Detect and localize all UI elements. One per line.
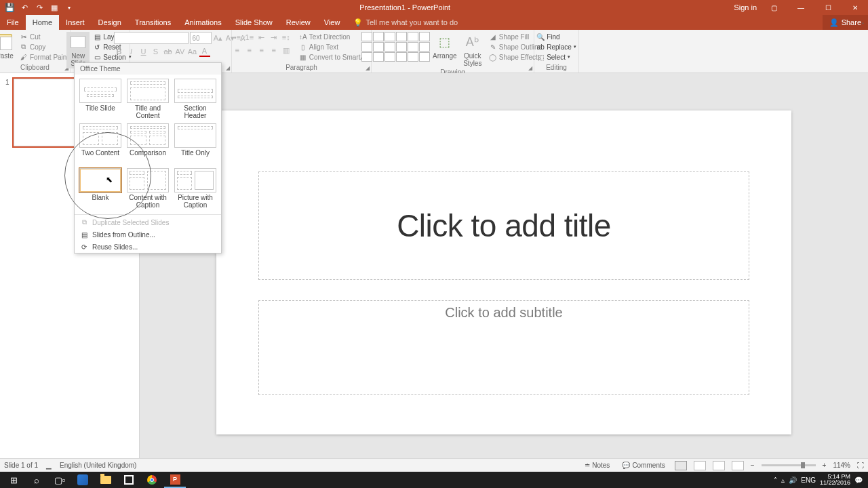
slide-counter[interactable]: Slide 1 of 1	[4, 462, 38, 469]
slide-editor[interactable]: Click to add title Click to add subtitle	[140, 73, 868, 472]
columns-button[interactable]: ▥	[281, 45, 292, 56]
font-size-input[interactable]	[190, 32, 212, 44]
reuse-slides[interactable]: ⟳Reuse Slides...	[75, 241, 221, 253]
layout-two-content[interactable]: Two Content	[77, 122, 123, 165]
duplicate-icon: ⧉	[80, 218, 88, 226]
tab-file[interactable]: File	[0, 15, 26, 30]
task-view-button[interactable]: ▢▫	[49, 472, 71, 488]
font-launcher-icon[interactable]: ◢	[226, 65, 230, 71]
font-family-input[interactable]	[114, 32, 189, 44]
subtitle-placeholder[interactable]: Click to add subtitle	[258, 300, 749, 395]
italic-button[interactable]: I	[126, 46, 137, 57]
bullets-button[interactable]: •≡	[232, 32, 243, 43]
sign-in-link[interactable]: Sign in	[734, 3, 757, 12]
find-button[interactable]: 🔍Find	[534, 32, 578, 41]
numbering-button[interactable]: 1≡	[244, 32, 255, 43]
redo-icon[interactable]: ↷	[34, 2, 45, 13]
language-status[interactable]: English (United Kingdom)	[60, 462, 136, 469]
layout-content-with-caption[interactable]: Content with Caption	[125, 167, 171, 210]
undo-icon[interactable]: ↶	[19, 2, 30, 13]
start-button[interactable]: ⊞	[3, 472, 24, 488]
tab-insert[interactable]: Insert	[59, 15, 92, 30]
store-button[interactable]	[118, 472, 140, 488]
char-spacing-button[interactable]: AV	[175, 46, 186, 57]
reset-icon: ↺	[93, 43, 101, 51]
save-icon[interactable]: 💾	[4, 2, 15, 13]
customize-qat-icon[interactable]: ▾	[64, 2, 75, 13]
justify-button[interactable]: ≡	[269, 45, 279, 56]
layout-picture-with-caption[interactable]: Picture with Caption	[172, 167, 218, 210]
sorter-view-button[interactable]	[694, 461, 706, 470]
edge-button[interactable]	[72, 472, 94, 488]
drawing-launcher-icon[interactable]: ◢	[528, 65, 532, 71]
paste-button[interactable]: Paste	[0, 32, 16, 61]
tab-transitions[interactable]: Transitions	[128, 15, 178, 30]
line-spacing-button[interactable]: ≡↕	[281, 32, 292, 43]
increase-font-icon[interactable]: A▴	[213, 33, 224, 43]
change-case-button[interactable]: Aa	[187, 46, 198, 57]
layout-icon: ▤	[93, 33, 101, 41]
align-center-button[interactable]: ≡	[244, 45, 255, 56]
shapes-gallery[interactable]	[361, 32, 430, 62]
bold-button[interactable]: B	[114, 46, 125, 57]
layout-title-and-content[interactable]: Title and Content	[125, 77, 171, 121]
tab-slideshow[interactable]: Slide Show	[229, 15, 279, 30]
quick-styles-button[interactable]: Aᵇ Quick Styles	[460, 32, 486, 68]
shadow-button[interactable]: S	[151, 46, 161, 57]
zoom-in-button[interactable]: +	[823, 462, 827, 469]
title-placeholder[interactable]: Click to add title	[258, 171, 749, 280]
tray-volume-icon[interactable]: 🔊	[789, 476, 797, 484]
spellcheck-icon[interactable]: ▁	[46, 462, 52, 469]
tray-network-icon[interactable]: ▵	[781, 476, 785, 484]
maximize-button[interactable]: ☐	[818, 0, 838, 15]
replace-button[interactable]: abReplace▾	[534, 42, 578, 52]
select-button[interactable]: ⬚Select▾	[534, 52, 578, 62]
powerpoint-taskbar-button[interactable]: P	[164, 472, 186, 488]
zoom-out-button[interactable]: −	[751, 462, 755, 469]
layout-comparison[interactable]: Comparison	[125, 122, 171, 165]
close-button[interactable]: ✕	[845, 0, 865, 15]
layout-section-header[interactable]: Section Header	[172, 77, 218, 121]
tab-review[interactable]: Review	[279, 15, 317, 30]
decrease-indent-button[interactable]: ⇤	[256, 32, 267, 43]
slide-canvas[interactable]: Click to add title Click to add subtitle	[216, 110, 791, 434]
font-color-button[interactable]: A	[199, 46, 210, 57]
layout-title-slide[interactable]: Title Slide	[77, 77, 123, 121]
arrange-button[interactable]: ⬚ Arrange	[431, 32, 458, 61]
reading-view-button[interactable]	[713, 461, 725, 470]
tell-me-search[interactable]: 💡 Tell me what you want to do	[353, 18, 458, 27]
zoom-percent[interactable]: 114%	[833, 462, 850, 469]
align-text-icon: ▯	[299, 43, 307, 51]
align-right-button[interactable]: ≡	[256, 45, 267, 56]
tab-view[interactable]: View	[317, 15, 347, 30]
layout-title-only[interactable]: Title Only	[172, 122, 218, 165]
tray-chevron-icon[interactable]: ˄	[774, 476, 777, 484]
notes-button[interactable]: ≐Notes	[582, 462, 612, 469]
start-from-beginning-icon[interactable]: ▦	[49, 2, 60, 13]
underline-button[interactable]: U	[138, 46, 149, 57]
tab-animations[interactable]: Animations	[178, 15, 228, 30]
chrome-button[interactable]	[141, 472, 163, 488]
increase-indent-button[interactable]: ⇥	[269, 32, 279, 43]
slides-from-outline[interactable]: ▤Slides from Outline...	[75, 228, 221, 241]
search-button[interactable]: ⌕	[26, 472, 47, 488]
strikethrough-button[interactable]: ab	[163, 46, 174, 57]
tray-language[interactable]: ENG	[801, 476, 816, 484]
tab-design[interactable]: Design	[92, 15, 128, 30]
collapse-ribbon-icon[interactable]: ˆ	[862, 22, 864, 71]
file-explorer-button[interactable]	[95, 472, 117, 488]
ribbon-display-icon[interactable]: ▢	[764, 0, 784, 15]
bucket-icon: ◢	[489, 33, 497, 41]
comments-button[interactable]: 💬Comments	[619, 462, 667, 469]
zoom-slider[interactable]	[762, 464, 816, 466]
tab-home[interactable]: Home	[26, 15, 59, 30]
system-clock[interactable]: 5:14 PM 11/22/2016	[820, 474, 850, 486]
normal-view-button[interactable]	[675, 461, 687, 470]
layout-blank[interactable]: Blank	[77, 167, 123, 210]
align-left-button[interactable]: ≡	[232, 45, 243, 56]
action-center-icon[interactable]: 💬	[854, 476, 863, 484]
minimize-button[interactable]: —	[791, 0, 811, 15]
slideshow-view-button[interactable]	[732, 461, 744, 470]
fit-to-window-button[interactable]: ⛶	[857, 462, 864, 469]
powerpoint-icon: P	[170, 474, 180, 485]
